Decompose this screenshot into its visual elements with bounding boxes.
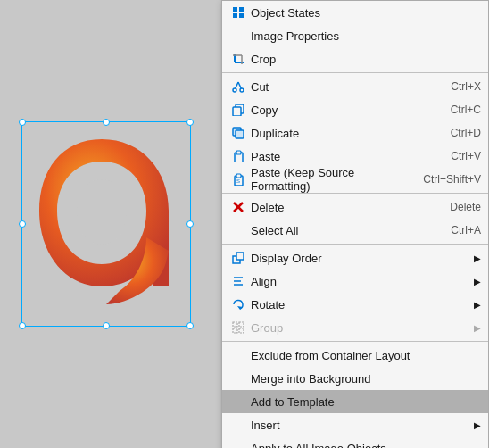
handle-top-right[interactable] [186,119,194,126]
label-duplicate: Duplicate [251,127,433,140]
shortcut-copy: Ctrl+C [451,104,481,116]
svg-rect-2 [233,13,237,18]
icon-image-properties [229,27,247,45]
svg-rect-3 [239,13,244,18]
icon-duplicate [229,124,247,142]
menu-item-apply-all[interactable]: Apply to All Image Objects [222,436,488,448]
menu-item-insert[interactable]: Insert▶ [222,413,488,436]
menu-item-copy[interactable]: CopyCtrl+C [222,98,488,121]
svg-rect-31 [233,328,237,333]
label-add-template: Add to Template [251,395,481,409]
menu-item-paste[interactable]: PasteCtrl+V [222,145,488,168]
menu-item-merge-background[interactable]: Merge into Background [222,367,488,390]
icon-exclude-container [229,346,247,364]
label-paste-keep: Paste (Keep Source Formatting) [251,166,405,193]
arrow-insert: ▶ [474,420,481,430]
svg-rect-0 [233,7,237,12]
icon-crop [229,50,247,68]
logo-image [30,130,173,309]
svg-rect-19 [236,174,241,178]
label-display-order: Display Order [251,252,470,265]
menu-item-align[interactable]: Align▶ [222,270,488,293]
handle-bot-right[interactable] [186,322,194,329]
label-cut: Cut [251,80,433,94]
menu-item-delete[interactable]: DeleteDelete [222,195,488,219]
label-rotate: Rotate [251,298,470,311]
menu-item-crop[interactable]: Crop [222,47,488,71]
icon-align [229,272,247,290]
handle-top-left[interactable] [19,119,26,126]
separator-after-paste-keep [222,193,488,194]
label-merge-background: Merge into Background [251,372,481,386]
shortcut-duplicate: Ctrl+D [451,127,481,139]
icon-cut [229,78,247,95]
menu-item-rotate[interactable]: Rotate▶ [222,293,488,316]
context-menu: Object StatesImage PropertiesCropCutCtrl… [221,0,489,448]
separator-after-crop [222,72,488,73]
svg-rect-24 [236,253,244,260]
icon-apply-all [229,439,247,448]
label-insert: Insert [251,419,470,432]
handle-mid-left[interactable] [19,220,26,228]
selected-object [21,121,200,327]
icon-copy [229,101,247,119]
svg-line-11 [238,82,241,88]
label-delete: Delete [251,201,432,214]
label-paste: Paste [251,150,433,163]
svg-rect-29 [233,322,237,327]
svg-rect-15 [236,130,244,138]
menu-item-exclude-container[interactable]: Exclude from Container Layout [222,344,488,367]
label-exclude-container: Exclude from Container Layout [251,349,481,362]
svg-rect-13 [233,107,241,116]
arrow-group: ▶ [474,323,481,333]
icon-merge-background [229,369,247,387]
arrow-rotate: ▶ [474,300,481,310]
handle-bot-mid[interactable] [103,322,110,329]
menu-item-paste-keep[interactable]: SPaste (Keep Source Formatting)Ctrl+Shif… [222,168,488,191]
menu-item-select-all[interactable]: Select AllCtrl+A [222,219,488,242]
label-select-all: Select All [251,224,433,237]
handle-bot-left[interactable] [19,322,26,329]
separator-after-group [222,341,488,342]
arrow-display-order: ▶ [474,253,481,263]
shortcut-cut: Ctrl+X [451,80,481,93]
icon-rotate [229,295,247,313]
svg-rect-32 [239,328,244,333]
shortcut-delete: Delete [450,201,481,213]
label-copy: Copy [251,104,433,117]
svg-point-8 [233,88,236,92]
label-group: Group [251,321,470,335]
menu-item-group: Group▶ [222,316,488,339]
menu-item-cut[interactable]: CutCtrl+X [222,75,488,98]
icon-insert [229,416,247,434]
menu-item-object-states[interactable]: Object States [222,1,488,24]
icon-object-states [229,4,247,21]
icon-delete [229,198,247,216]
icon-select-all [229,221,247,239]
canvas-area [0,0,221,448]
svg-text:S: S [236,178,240,184]
shortcut-select-all: Ctrl+A [451,224,481,236]
shortcut-paste-keep: Ctrl+Shift+V [423,173,481,186]
menu-item-display-order[interactable]: Display Order▶ [222,246,488,270]
menu-item-add-template[interactable]: Add to Template [222,390,488,413]
handle-top-mid[interactable] [103,119,110,126]
separator-after-select-all [222,244,488,245]
arrow-align: ▶ [474,277,481,286]
label-image-properties: Image Properties [251,29,481,43]
icon-display-order [229,249,247,267]
label-align: Align [251,275,470,288]
menu-item-duplicate[interactable]: DuplicateCtrl+D [222,121,488,145]
menu-item-image-properties[interactable]: Image Properties [222,24,488,47]
label-crop: Crop [251,53,481,66]
icon-paste-keep: S [229,170,247,188]
label-object-states: Object States [251,6,481,20]
svg-rect-17 [236,151,241,154]
label-apply-all: Apply to All Image Objects [251,442,481,449]
handle-mid-right[interactable] [186,220,194,228]
icon-group [229,319,247,336]
icon-paste [229,147,247,165]
svg-line-10 [236,82,238,88]
icon-add-template [229,393,247,411]
svg-point-9 [240,88,244,92]
